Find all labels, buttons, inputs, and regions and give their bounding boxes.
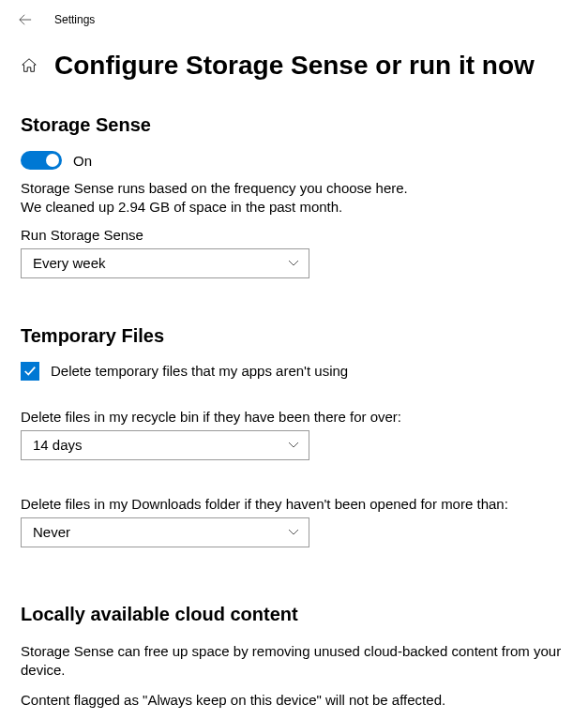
recycle-bin-select[interactable]: 14 days [21,430,309,460]
chevron-down-icon [288,527,299,538]
back-button[interactable] [19,13,32,26]
home-button[interactable] [21,57,38,74]
delete-temp-label: Delete temporary files that my apps aren… [51,363,348,379]
recycle-bin-label: Delete files in my recycle bin if they h… [21,409,567,425]
cloud-description-1: Storage Sense can free up space by remov… [21,642,567,681]
cloud-description-2: Content flagged as "Always keep on this … [21,691,567,710]
home-icon [21,57,38,74]
top-bar: Settings [0,0,588,39]
checkmark-icon [23,365,37,378]
cloud-content-heading: Locally available cloud content [21,604,567,625]
run-storage-sense-value: Every week [33,255,106,271]
page-title: Configure Storage Sense or run it now [54,51,535,81]
arrow-left-icon [19,13,32,26]
chevron-down-icon [288,258,299,269]
storage-sense-toggle-label: On [73,153,92,169]
storage-sense-description: Storage Sense runs based on the frequenc… [21,179,424,217]
run-storage-sense-select[interactable]: Every week [21,248,309,278]
downloads-value: Never [33,524,70,540]
run-storage-sense-label: Run Storage Sense [21,227,567,243]
chevron-down-icon [288,440,299,451]
toggle-knob [46,154,59,167]
recycle-bin-value: 14 days [33,437,83,453]
downloads-select[interactable]: Never [21,517,309,547]
top-bar-title: Settings [54,13,95,26]
storage-sense-toggle[interactable] [21,151,62,170]
storage-sense-heading: Storage Sense [21,114,567,136]
temporary-files-heading: Temporary Files [21,325,567,347]
delete-temp-checkbox[interactable] [21,362,39,381]
downloads-label: Delete files in my Downloads folder if t… [21,496,567,512]
